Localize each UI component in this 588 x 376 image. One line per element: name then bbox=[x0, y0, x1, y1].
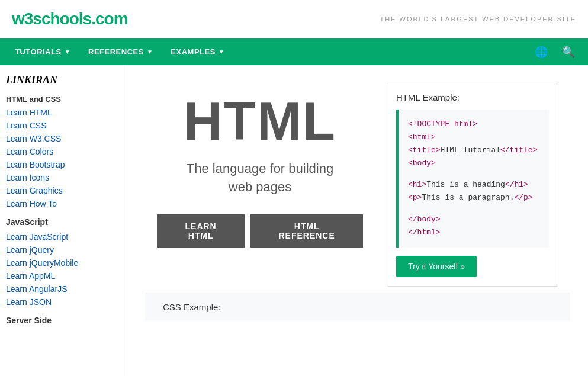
sidebar-item-learn-json[interactable]: Learn JSON bbox=[0, 295, 127, 308]
code-line: <body> bbox=[408, 157, 539, 170]
sidebar-item-learn-icons[interactable]: Learn Icons bbox=[0, 171, 127, 184]
sidebar-item-learn-appml[interactable]: Learn AppML bbox=[0, 269, 127, 282]
sidebar-item-learn-html[interactable]: Learn HTML bbox=[0, 106, 127, 119]
search-icon[interactable]: 🔍 bbox=[555, 38, 582, 65]
watermark: LINKIRAN bbox=[0, 71, 127, 91]
code-line: </html> bbox=[408, 226, 539, 239]
logo-accent: .com bbox=[91, 9, 127, 28]
right-panel: HTML Example: <!DOCTYPE html> <html> <ti… bbox=[375, 77, 570, 293]
hero: HTML The language for building web pages… bbox=[145, 77, 375, 271]
navbar: TUTORIALS ▼ REFERENCES ▼ EXAMPLES ▼ 🌐 🔍 bbox=[0, 38, 588, 65]
html-reference-button[interactable]: HTML REFERENCE bbox=[250, 214, 363, 248]
main-content: HTML The language for building web pages… bbox=[127, 65, 588, 376]
code-blank bbox=[408, 170, 539, 178]
sidebar-item-learn-jquery[interactable]: Learn jQuery bbox=[0, 243, 127, 256]
content-row: HTML The language for building web pages… bbox=[145, 77, 570, 293]
code-blank bbox=[408, 205, 539, 213]
sidebar-item-learn-bootstrap[interactable]: Learn Bootstrap bbox=[0, 158, 127, 171]
globe-icon[interactable]: 🌐 bbox=[528, 38, 555, 65]
code-line: <html> bbox=[408, 131, 539, 144]
nav-references[interactable]: REFERENCES ▼ bbox=[79, 38, 162, 65]
code-line: <!DOCTYPE html> bbox=[408, 118, 539, 131]
logo[interactable]: w3schools.com bbox=[12, 9, 128, 28]
header: w3schools.com The World's Largest Web De… bbox=[0, 0, 588, 38]
code-line: <p>This is a paragraph.</p> bbox=[408, 191, 539, 204]
sidebar-item-learn-angularjs[interactable]: Learn AngularJS bbox=[0, 282, 127, 295]
layout: LINKIRAN HTML and CSS Learn HTML Learn C… bbox=[0, 65, 588, 376]
sidebar-item-learn-colors[interactable]: Learn Colors bbox=[0, 145, 127, 158]
sidebar-html-css-title: HTML and CSS bbox=[0, 91, 127, 106]
tagline: The World's Largest Web Developer Site bbox=[380, 15, 576, 23]
logo-text: w3schools bbox=[12, 9, 91, 28]
css-example-title: CSS Example: bbox=[163, 302, 552, 312]
sidebar-item-learn-graphics[interactable]: Learn Graphics bbox=[0, 184, 127, 197]
hero-section: HTML The language for building web pages… bbox=[145, 77, 375, 271]
bottom-section: CSS Example: bbox=[145, 293, 570, 321]
code-line: <title>HTML Tutorial</title> bbox=[408, 144, 539, 157]
hero-title: HTML bbox=[157, 95, 363, 148]
code-content: <!DOCTYPE html> <html> <title>HTML Tutor… bbox=[396, 110, 549, 248]
code-line: <h1>This is a heading</h1> bbox=[408, 178, 539, 191]
chevron-down-icon: ▼ bbox=[65, 49, 70, 55]
sidebar-js-title: JavaScript bbox=[0, 210, 127, 230]
chevron-down-icon: ▼ bbox=[147, 49, 153, 55]
nav-tutorials[interactable]: TUTORIALS ▼ bbox=[6, 38, 79, 65]
hero-buttons: LEARN HTML HTML REFERENCE bbox=[157, 214, 363, 248]
nav-examples[interactable]: EXAMPLES ▼ bbox=[162, 38, 233, 65]
code-box-title: HTML Example: bbox=[396, 92, 549, 102]
learn-html-button[interactable]: LEARN HTML bbox=[157, 214, 245, 248]
sidebar-server-title: Server Side bbox=[0, 308, 127, 329]
code-line: </body> bbox=[408, 213, 539, 226]
code-box: HTML Example: <!DOCTYPE html> <html> <ti… bbox=[387, 83, 558, 287]
hero-subtitle: The language for building web pages bbox=[157, 160, 363, 197]
sidebar-item-learn-jquerymobile[interactable]: Learn jQueryMobile bbox=[0, 256, 127, 269]
sidebar-item-learn-w3css[interactable]: Learn W3.CSS bbox=[0, 132, 127, 145]
sidebar-item-learn-howto[interactable]: Learn How To bbox=[0, 197, 127, 210]
sidebar-item-learn-css[interactable]: Learn CSS bbox=[0, 119, 127, 132]
sidebar-item-learn-javascript[interactable]: Learn JavaScript bbox=[0, 230, 127, 243]
try-it-yourself-button[interactable]: Try it Yourself » bbox=[396, 256, 477, 277]
chevron-down-icon: ▼ bbox=[219, 49, 224, 55]
sidebar: LINKIRAN HTML and CSS Learn HTML Learn C… bbox=[0, 65, 127, 376]
